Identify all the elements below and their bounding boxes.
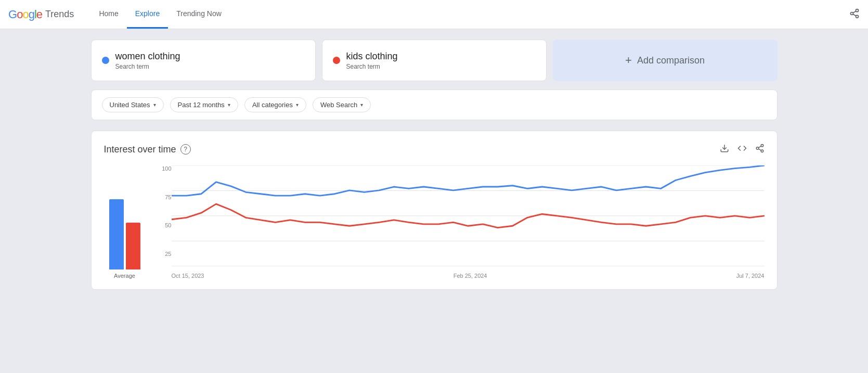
header-actions xyxy=(849,8,860,21)
svg-line-3 xyxy=(853,14,856,16)
term2-dot xyxy=(333,57,340,64)
term1-type: Search term xyxy=(115,63,180,70)
line-chart-container: 100 75 50 25 xyxy=(156,165,765,279)
chart-area: Average 100 75 50 25 xyxy=(104,165,765,279)
x-label-3: Jul 7, 2024 xyxy=(736,273,765,279)
filter-row: United States ▾ Past 12 months ▾ All cat… xyxy=(91,89,778,120)
share-icon-header[interactable] xyxy=(849,11,860,20)
chart-header: Interest over time ? xyxy=(104,144,765,155)
bar-red xyxy=(126,223,140,269)
chart-section: Interest over time ? xyxy=(91,131,778,290)
svg-line-4 xyxy=(853,11,856,12)
term2-text: kids clothing Search term xyxy=(346,51,398,70)
google-logo: Google xyxy=(8,8,42,21)
svg-point-0 xyxy=(856,9,859,11)
help-icon[interactable]: ? xyxy=(180,144,191,155)
nav-home[interactable]: Home xyxy=(90,0,126,29)
x-label-1: Oct 15, 2023 xyxy=(172,273,204,279)
svg-point-8 xyxy=(761,150,763,152)
svg-point-2 xyxy=(856,15,859,18)
add-icon: + xyxy=(625,54,632,67)
trends-label: Trends xyxy=(45,9,74,20)
line-chart-svg xyxy=(172,165,765,266)
chevron-down-icon: ▾ xyxy=(296,102,299,108)
term2-name: kids clothing xyxy=(346,51,398,62)
svg-line-9 xyxy=(758,149,761,150)
svg-line-10 xyxy=(758,146,761,148)
filter-region[interactable]: United States ▾ xyxy=(102,97,164,112)
chart-title: Interest over time xyxy=(104,144,176,155)
add-comparison-card[interactable]: + Add comparison xyxy=(553,40,778,81)
search-term-card-2[interactable]: kids clothing Search term xyxy=(322,40,547,81)
nav-explore[interactable]: Explore xyxy=(127,0,168,29)
svg-point-1 xyxy=(851,12,853,15)
y-label-50: 50 xyxy=(156,222,172,228)
y-label-25: 25 xyxy=(156,251,172,257)
share-icon[interactable] xyxy=(755,144,765,155)
filter-search-type[interactable]: Web Search ▾ xyxy=(313,97,371,112)
bar-chart-average: Average xyxy=(104,165,146,279)
chevron-down-icon: ▾ xyxy=(228,102,230,108)
term1-dot xyxy=(102,57,109,64)
term1-name: women clothing xyxy=(115,51,180,62)
filter-time[interactable]: Past 12 months ▾ xyxy=(170,97,238,112)
avg-label: Average xyxy=(114,273,135,279)
chart-title-area: Interest over time ? xyxy=(104,144,191,155)
x-axis-labels: Oct 15, 2023 Feb 25, 2024 Jul 7, 2024 xyxy=(156,269,765,279)
search-term-card-1[interactable]: women clothing Search term xyxy=(91,40,316,81)
main-nav: Home Explore Trending Now xyxy=(90,0,229,29)
bar-blue xyxy=(109,199,124,269)
logo-area: Google Trends xyxy=(8,8,74,21)
x-label-2: Feb 25, 2024 xyxy=(454,273,487,279)
term2-type: Search term xyxy=(346,63,398,70)
term1-text: women clothing Search term xyxy=(115,51,180,70)
add-comparison-label: Add comparison xyxy=(637,55,705,66)
y-label-75: 75 xyxy=(156,194,172,200)
embed-icon[interactable] xyxy=(737,144,747,155)
chart-svg-wrapper: 100 75 50 25 xyxy=(156,165,765,269)
bars-container xyxy=(109,176,140,269)
chevron-down-icon: ▾ xyxy=(153,102,156,108)
nav-trending[interactable]: Trending Now xyxy=(168,0,230,29)
header: Google Trends Home Explore Trending Now xyxy=(0,0,868,29)
y-axis-labels: 100 75 50 25 xyxy=(156,165,172,257)
svg-point-7 xyxy=(756,147,759,150)
svg-point-6 xyxy=(761,145,763,147)
main-content: women clothing Search term kids clothing… xyxy=(86,29,783,300)
chart-actions xyxy=(720,144,765,155)
search-terms-row: women clothing Search term kids clothing… xyxy=(86,40,783,81)
download-icon[interactable] xyxy=(720,144,729,155)
filter-category[interactable]: All categories ▾ xyxy=(244,97,306,112)
chevron-down-icon: ▾ xyxy=(360,102,363,108)
y-label-100: 100 xyxy=(156,165,172,172)
